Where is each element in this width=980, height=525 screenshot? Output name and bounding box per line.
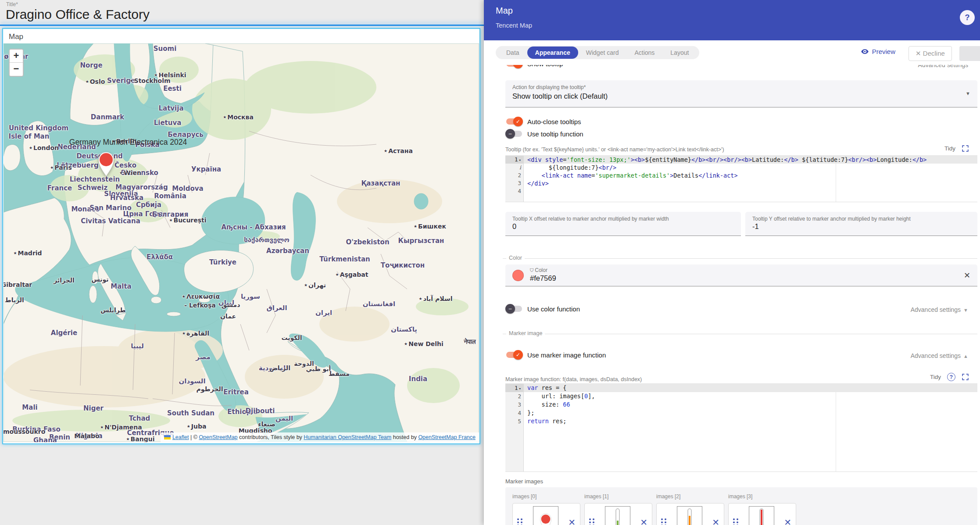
offset-y-label: Tooltip Y offset relative to marker anch… [752,216,911,222]
clear-color-button[interactable]: ✕ [964,271,970,280]
tab-widget-card[interactable]: Widget card [578,46,627,59]
map-widget-card[interactable]: Map [2,28,480,444]
show-tooltip-toggle[interactable]: ✓ [505,65,523,68]
title-field-label: Title* [6,1,18,7]
marker-image-card[interactable]: ✕ [584,503,652,525]
offset-y-value: -1 [752,222,759,231]
dashboard-edit-area: Title* Dragino Office & Factory Map [0,0,484,525]
code-line[interactable]: i ${longitude:7}<br/> [505,164,977,171]
decline-label: Decline [923,50,945,57]
tooltip-offset-y-field[interactable]: Tooltip Y offset relative to marker anch… [745,212,977,236]
drag-handle-icon[interactable] [661,518,667,525]
use-color-fn-toggle[interactable]: – [505,304,523,314]
close-icon: ✕ [916,50,921,57]
code-line[interactable]: 4}; [505,409,977,417]
color-field[interactable]: ⛉Color #fe7569 ✕ [505,264,977,286]
marker-image-thumbnail[interactable] [677,506,702,525]
marker-image-thumbnail[interactable] [605,506,630,525]
tab-layout[interactable]: Layout [662,46,697,59]
marker-image-item: images [2]✕ [656,493,724,525]
marker-image-item: images [0]✕ [512,493,580,525]
osm-link[interactable]: OpenStreetMap [199,434,237,440]
tab-data[interactable]: Data [498,46,527,59]
ukraine-flag-icon [164,435,171,439]
auto-close-label: Auto-close tooltips [527,118,581,125]
marker-image-thumbnail[interactable] [533,506,558,525]
map-marker-pin[interactable] [96,150,116,178]
code-line[interactable]: 3 size: 66 [505,400,977,409]
color-advanced-settings-link[interactable]: Advanced settings▼ [911,306,968,313]
tidy-button[interactable]: Tidy [944,145,955,152]
marker-image-card[interactable]: ✕ [656,503,724,525]
advanced-settings-link[interactable]: Advanced settings [918,65,968,68]
marker-image-card[interactable]: ✕ [728,503,796,525]
pin-image [538,512,554,525]
panel-title: Map [496,6,513,16]
settings-scroll-area[interactable]: ✓ Show tooltip Advanced settings Action … [484,65,980,525]
code-line[interactable]: 2 url: images[0], [505,392,977,400]
drag-handle-icon[interactable] [517,518,523,525]
marker-image-label: images [2] [656,493,724,500]
offset-x-label: Tooltip X offset relative to marker anch… [512,216,669,222]
zoom-out-button[interactable]: − [10,63,23,76]
attribution-text: contributors, Tiles style by [238,434,304,440]
code-line[interactable]: 5return res; [505,417,977,425]
code-line[interactable]: 1▾<div style='font-size: 13px;'><b>${ent… [505,156,977,164]
remove-image-button[interactable]: ✕ [568,517,576,525]
fullscreen-icon[interactable] [962,373,969,381]
hot-link[interactable]: Humanitarian OpenStreetMap Team [304,434,391,440]
marker-image-card[interactable]: ✕ [512,503,580,525]
code-line[interactable]: 3</div> [505,179,977,187]
marker-fn-code-editor[interactable]: 1▾var res = {2 url: images[0],3 size: 66… [505,383,977,472]
attribution-text: hosted by [391,434,418,440]
auto-close-row: ✓ Auto-close tooltips [505,117,581,126]
tab-appearance[interactable]: Appearance [527,46,578,59]
tooltip-action-select[interactable]: Action for displaying the tooltip* Show … [505,80,977,107]
use-marker-fn-row: ✓ Use marker image function [505,350,606,360]
decline-button[interactable]: ✕ Decline [908,46,952,61]
map-attribution: Leaflet | © OpenStreetMap contributors, … [161,432,479,442]
apply-button[interactable]: ✓ Apply [959,46,980,61]
use-marker-fn-toggle[interactable]: ✓ [505,350,523,360]
zoom-in-button[interactable]: + [10,50,23,63]
leaflet-map[interactable]: FøroyarNorgeSverigeSuomiEestiLatvijaLiet… [4,43,479,442]
drag-handle-icon[interactable] [589,518,595,525]
widget-settings-panel: Map Tencent Map ? DataAppearanceWidget c… [484,0,980,525]
offset-x-value: 0 [512,222,516,231]
tidy-button[interactable]: Tidy [930,374,941,380]
panel-header: Map Tencent Map ? [484,0,980,40]
thermometer-image [685,508,694,525]
preview-label: Preview [872,48,895,55]
marker-image-thumbnail[interactable] [749,506,774,525]
preview-button[interactable]: Preview [861,47,895,56]
function-help-button[interactable]: ? [947,373,955,381]
map-marker-label: Germany Munich Electronica 2024 [69,138,187,147]
map-tiles [4,43,479,442]
thermometer-image [613,508,622,525]
auto-close-toggle[interactable]: ✓ [505,117,523,126]
leaflet-link[interactable]: Leaflet [172,434,189,440]
marker-images-label: Marker images [505,478,543,485]
marker-advanced-settings-link[interactable]: Advanced settings▲ [911,352,968,359]
code-line[interactable]: 4 [505,187,977,195]
help-button[interactable]: ? [960,10,975,25]
color-swatch[interactable] [512,270,524,281]
title-input[interactable]: Dragino Office & Factory [6,7,150,22]
use-color-fn-row: – Use color function [505,304,580,314]
tooltip-offset-x-field[interactable]: Tooltip X offset relative to marker anch… [505,212,741,236]
remove-image-button[interactable]: ✕ [640,517,647,525]
use-tooltip-fn-toggle[interactable]: – [505,129,523,139]
palette-icon: ⛉ [530,268,533,273]
fullscreen-icon[interactable] [962,145,969,152]
code-line[interactable]: 2 <link-act name='supermarket-details'>D… [505,171,977,179]
tab-actions[interactable]: Actions [626,46,662,59]
map-zoom-control: + − [9,49,24,77]
drag-handle-icon[interactable] [733,518,739,525]
tooltip-code-editor[interactable]: 1▾<div style='font-size: 13px;'><b>${ent… [505,155,977,202]
remove-image-button[interactable]: ✕ [784,517,791,525]
osmfr-link[interactable]: OpenStreetMap France [418,434,476,440]
code-line[interactable]: 1▾var res = { [505,384,977,392]
remove-image-button[interactable]: ✕ [712,517,719,525]
color-section-divider: Color [503,258,977,259]
use-color-fn-label: Use color function [527,305,580,313]
